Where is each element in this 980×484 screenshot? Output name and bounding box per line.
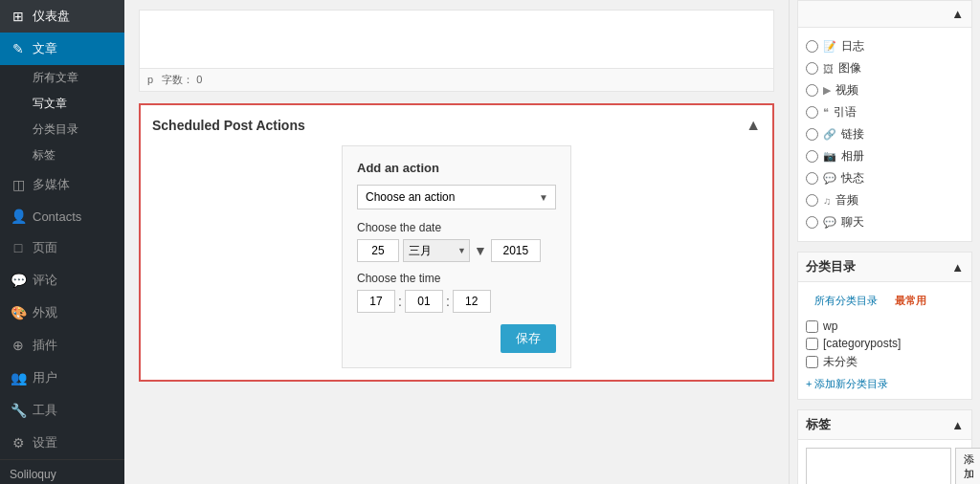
time-minute-input[interactable] — [405, 290, 443, 313]
post-format-list: 📝 日志 🖼 图像 ▶ 视频 — [806, 35, 964, 233]
cat-checkbox-2[interactable] — [806, 356, 818, 368]
editor-column: p 字数： 0 Scheduled Post Actions ▲ Add an … — [124, 0, 789, 484]
tags-add-button[interactable]: 添加 — [955, 448, 980, 484]
sidebar-label-settings: 设置 — [33, 434, 57, 451]
categories-body: 所有分类目录 最常用 wp [categoryposts] — [798, 282, 971, 399]
date-row: 一月二月三月四月五月六月七月八月九月十月十一月十二月 ▼ — [357, 239, 556, 262]
sidebar-item-contacts[interactable]: 👤 Contacts — [0, 201, 124, 231]
cat-tab-all[interactable]: 所有分类目录 — [806, 290, 886, 312]
sidebar-item-tools[interactable]: 🔧 工具 — [0, 394, 124, 427]
sidebar-item-settings[interactable]: ⚙ 设置 — [0, 427, 124, 459]
sidebar-item-users[interactable]: 👥 用户 — [0, 362, 124, 394]
choose-time-label: Choose the time — [357, 272, 556, 285]
list-item: 未分类 — [806, 352, 964, 372]
post-format-icon-5: 📷 — [823, 150, 836, 163]
tags-widget: 标签 ▲ 添加 多个标签请使用英文逗号（,）分开 — [797, 409, 972, 484]
post-format-radio-5[interactable] — [806, 150, 818, 163]
post-format-radio-7[interactable] — [806, 194, 818, 207]
sidebar-sub-all-posts[interactable]: 所有文章 — [0, 65, 124, 91]
sidebar-item-appearance[interactable]: 🎨 外观 — [0, 297, 124, 329]
list-item: 💬 快态 — [806, 167, 964, 189]
tags-input-row: 添加 — [806, 448, 964, 484]
post-format-radio-8[interactable] — [806, 216, 818, 229]
list-item: 📝 日志 — [806, 35, 964, 57]
date-sep: ▼ — [474, 243, 487, 258]
sidebar-item-pages[interactable]: □ 页面 — [0, 231, 124, 264]
post-format-collapse[interactable]: ▲ — [951, 7, 964, 21]
post-format-label-6: 快态 — [841, 170, 864, 187]
post-format-body: 📝 日志 🖼 图像 ▶ 视频 — [798, 28, 971, 241]
posts-icon: ✎ — [10, 41, 27, 56]
post-format-radio-2[interactable] — [806, 84, 818, 97]
sidebar-item-comments[interactable]: 💬 评论 — [0, 264, 124, 297]
comments-icon: 💬 — [10, 273, 27, 288]
post-format-icon-1: 🖼 — [823, 63, 834, 75]
sidebar-brand: Soliloquy — [0, 459, 124, 484]
date-year-input[interactable] — [491, 239, 541, 262]
sidebar-label-users: 用户 — [33, 369, 57, 386]
main-content: p 字数： 0 Scheduled Post Actions ▲ Add an … — [124, 0, 980, 484]
plugins-icon: ⊕ — [10, 338, 27, 353]
scheduled-post-actions: Scheduled Post Actions ▲ Add an action C… — [139, 103, 774, 382]
editor-area: p 字数： 0 — [139, 10, 774, 92]
tags-title: 标签 — [806, 416, 831, 433]
spa-collapse-button[interactable]: ▲ — [746, 117, 761, 134]
sidebar-sub-categories[interactable]: 分类目录 — [0, 117, 124, 143]
spa-header: Scheduled Post Actions ▲ — [152, 117, 761, 134]
post-format-radio-4[interactable] — [806, 128, 818, 141]
spa-title: Scheduled Post Actions — [152, 118, 305, 133]
save-button[interactable]: 保存 — [501, 324, 556, 353]
post-format-label-8: 聊天 — [841, 214, 864, 231]
sidebar-label-posts: 文章 — [33, 40, 57, 57]
sidebar-sub-new-post[interactable]: 写文章 — [0, 91, 124, 117]
tools-icon: 🔧 — [10, 403, 27, 418]
sidebar-item-plugins[interactable]: ⊕ 插件 — [0, 329, 124, 362]
post-format-radio-6[interactable] — [806, 172, 818, 185]
right-sidebar: ▲ 📝 日志 🖼 图像 — [789, 0, 980, 484]
editor-content[interactable] — [140, 11, 773, 68]
media-icon: ◫ — [10, 177, 27, 192]
sidebar-sub-tags[interactable]: 标签 — [0, 143, 124, 168]
cat-checkbox-0[interactable] — [806, 320, 818, 333]
pages-icon: □ — [10, 240, 27, 255]
list-item: ♫ 音频 — [806, 189, 964, 211]
time-second-input[interactable] — [453, 290, 491, 313]
sidebar-item-dashboard[interactable]: ⊞ 仪表盘 — [0, 0, 124, 33]
post-format-radio-1[interactable] — [806, 62, 818, 75]
cat-checkbox-1[interactable] — [806, 338, 818, 350]
post-format-icon-8: 💬 — [823, 216, 836, 229]
cat-label-1: [categoryposts] — [823, 337, 901, 350]
list-item: ❝ 引语 — [806, 101, 964, 123]
sidebar-item-media[interactable]: ◫ 多媒体 — [0, 168, 124, 201]
date-day-input[interactable] — [357, 239, 399, 262]
post-format-header: ▲ — [798, 1, 971, 28]
post-format-icon-4: 🔗 — [823, 128, 836, 141]
month-select[interactable]: 一月二月三月四月五月六月七月八月九月十月十一月十二月 — [403, 239, 470, 262]
sidebar-label-comments: 评论 — [33, 272, 57, 289]
post-format-label-1: 图像 — [838, 60, 861, 77]
post-format-label-3: 引语 — [834, 104, 857, 121]
post-format-label-5: 相册 — [841, 148, 864, 165]
add-category-link[interactable]: + 添加新分类目录 — [806, 377, 964, 391]
post-format-label-0: 日志 — [841, 38, 864, 55]
cat-tabs: 所有分类目录 最常用 — [806, 290, 964, 312]
sidebar-item-posts[interactable]: ✎ 文章 — [0, 33, 124, 65]
time-sep-1: : — [398, 294, 402, 309]
appearance-icon: 🎨 — [10, 305, 27, 320]
cat-tab-recent[interactable]: 最常用 — [886, 290, 935, 312]
list-item: 📷 相册 — [806, 145, 964, 167]
month-wrapper: 一月二月三月四月五月六月七月八月九月十月十一月十二月 — [403, 239, 470, 262]
dashboard-icon: ⊞ — [10, 9, 27, 24]
categories-header: 分类目录 ▲ — [798, 253, 971, 282]
post-format-radio-0[interactable] — [806, 40, 818, 53]
post-format-radio-3[interactable] — [806, 106, 818, 119]
tags-collapse[interactable]: ▲ — [951, 418, 964, 432]
sidebar-label-dashboard: 仪表盘 — [33, 8, 70, 25]
time-hour-input[interactable] — [357, 290, 395, 313]
choose-action-select[interactable]: Choose an action — [357, 185, 556, 209]
add-action-panel: Add an action Choose an action Choose th… — [342, 145, 571, 368]
add-action-title: Add an action — [357, 161, 556, 175]
categories-collapse[interactable]: ▲ — [951, 260, 964, 275]
tags-input[interactable] — [806, 448, 951, 484]
post-format-label-7: 音频 — [835, 192, 858, 209]
